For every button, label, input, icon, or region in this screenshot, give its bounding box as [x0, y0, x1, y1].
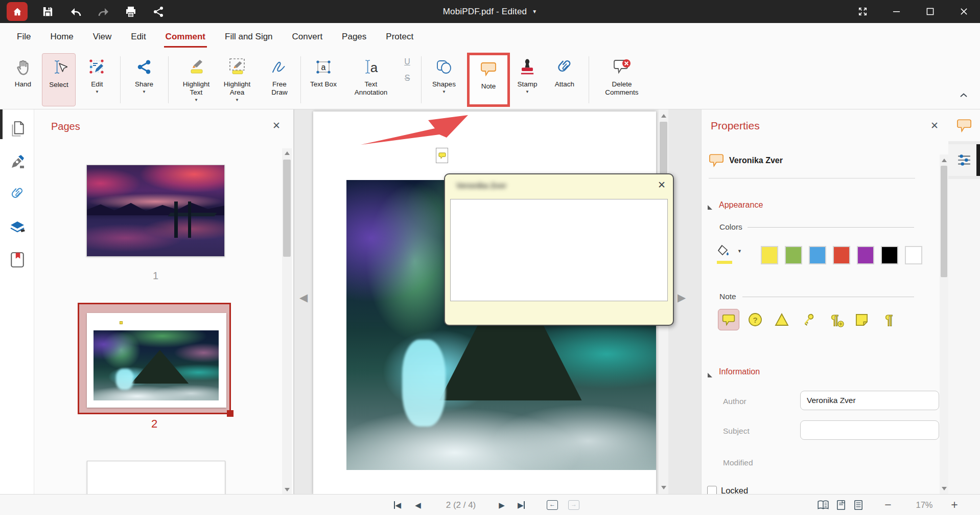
note-button[interactable]: Note [470, 55, 507, 108]
layers-panel-tab[interactable] [0, 219, 34, 234]
highlight-text-button[interactable]: Highlight Text ▼ [177, 53, 216, 106]
attach-button[interactable]: Attach [550, 53, 579, 106]
color-swatch-red[interactable] [833, 246, 850, 264]
stamp-icon [520, 58, 535, 76]
appearance-section-header[interactable]: Appearance [719, 200, 763, 210]
free-draw-button[interactable]: Free Draw [264, 53, 295, 106]
selection-resize-handle[interactable] [227, 410, 234, 417]
page-counter[interactable]: 2 (2 / 4) [432, 495, 489, 515]
select-label: Select [42, 81, 75, 89]
scroll-up-button[interactable] [659, 111, 668, 120]
zoom-out-button[interactable]: − [880, 495, 896, 515]
text-box-button[interactable]: a Text Box [307, 53, 340, 106]
menu-file[interactable]: File [7, 23, 40, 50]
color-swatch-black[interactable] [881, 246, 898, 264]
appearance-collapse-icon[interactable] [708, 203, 712, 212]
home-button[interactable] [7, 2, 28, 21]
underline-button[interactable]: U [400, 57, 415, 66]
note-style-key[interactable] [799, 310, 818, 329]
save-button[interactable] [36, 0, 59, 23]
fill-color-tool[interactable]: ▼ [717, 244, 746, 264]
continuous-view-button[interactable] [850, 495, 867, 515]
menu-protect[interactable]: Protect [376, 23, 423, 50]
note-style-insert-text[interactable]: ¶ [825, 310, 845, 329]
scroll-up-button[interactable] [940, 155, 948, 165]
note-close-button[interactable]: ✕ [658, 179, 666, 191]
properties-close-button[interactable]: ✕ [930, 120, 939, 131]
page-2-thumbnail-selected[interactable] [78, 303, 231, 414]
pages-panel-tab[interactable] [0, 121, 34, 138]
subject-input[interactable] [800, 420, 939, 440]
signature-panel-tab[interactable] [0, 154, 34, 170]
pages-scrollbar[interactable] [282, 148, 292, 494]
minimize-button[interactable] [884, 0, 908, 23]
zoom-level[interactable]: 17% [907, 495, 941, 515]
note-text-area[interactable] [450, 199, 668, 301]
comment-properties-tab[interactable] [948, 109, 980, 141]
menu-fill-and-sign[interactable]: Fill and Sign [215, 23, 283, 50]
scroll-up-button[interactable] [282, 148, 292, 158]
highlight-area-button[interactable]: Highlight Area ▼ [218, 53, 256, 106]
close-window-button[interactable] [952, 0, 975, 23]
color-swatch-green[interactable] [785, 246, 802, 264]
scroll-down-button[interactable] [282, 485, 292, 494]
hand-tool-button[interactable]: Hand [8, 53, 38, 106]
previous-page-button[interactable]: ◀ [411, 495, 425, 515]
next-view-button[interactable]: → [566, 495, 581, 515]
note-style-comment-selected[interactable] [718, 309, 739, 330]
strikethrough-button[interactable]: S [400, 74, 415, 83]
sticky-note-popup[interactable]: Veronika Zver ✕ [444, 173, 674, 326]
color-swatch-white[interactable] [905, 246, 922, 264]
menu-convert[interactable]: Convert [283, 23, 333, 50]
pages-panel-close-button[interactable]: ✕ [272, 120, 281, 131]
menu-pages[interactable]: Pages [332, 23, 376, 50]
single-page-view-button[interactable] [833, 495, 849, 515]
share-tool-button[interactable]: Share ▼ [129, 53, 159, 106]
color-swatch-blue[interactable] [809, 246, 826, 264]
page-1-thumbnail[interactable] [86, 165, 225, 257]
delete-comments-icon [612, 58, 632, 76]
stamp-button[interactable]: Stamp ▼ [513, 53, 542, 106]
note-style-paragraph[interactable]: ¶ [879, 310, 899, 329]
last-page-button[interactable]: ▶ [513, 495, 529, 515]
information-collapse-icon[interactable] [708, 370, 712, 379]
scrollbar-thumb[interactable] [941, 166, 947, 277]
document-page[interactable]: Veronika Zver ✕ [313, 111, 656, 494]
information-section-header[interactable]: Information [719, 367, 760, 376]
two-page-view-button[interactable] [814, 495, 832, 515]
menu-edit[interactable]: Edit [121, 23, 155, 50]
properties-scrollbar[interactable] [940, 154, 948, 494]
color-swatch-purple[interactable] [857, 246, 874, 264]
scrollbar-thumb[interactable] [283, 160, 291, 257]
first-page-button[interactable]: ◀ [389, 495, 406, 515]
color-swatch-yellow[interactable] [761, 246, 778, 264]
delete-comments-button[interactable]: Delete Comments [596, 53, 647, 106]
collapse-toolbar-button[interactable] [960, 91, 968, 99]
menu-comment[interactable]: Comment [156, 23, 215, 50]
expand-right-panel-button[interactable]: ▶ [678, 292, 686, 304]
text-annotation-button[interactable]: a Text Annotation [347, 53, 394, 106]
comment-toolbar: Hand Select Edit ▼ Share ▼ Highlight Tex… [0, 50, 980, 109]
edit-tool-button[interactable]: Edit ▼ [81, 53, 113, 106]
select-tool-button[interactable]: Select [42, 53, 76, 106]
scroll-down-button[interactable] [659, 483, 668, 492]
scroll-down-button[interactable] [940, 484, 948, 493]
note-style-sticky[interactable] [852, 310, 871, 329]
properties-settings-tab[interactable] [948, 144, 980, 176]
collapse-left-panel-button[interactable]: ◀ [299, 292, 308, 304]
next-page-button[interactable]: ▶ [495, 495, 509, 515]
fullscreen-button[interactable] [851, 0, 874, 23]
shapes-button[interactable]: Shapes ▼ [427, 53, 461, 106]
note-annotation-marker[interactable] [436, 148, 448, 163]
menu-home[interactable]: Home [40, 23, 83, 50]
menu-view[interactable]: View [83, 23, 122, 50]
author-input[interactable] [800, 391, 939, 410]
previous-view-button[interactable]: ← [545, 495, 560, 515]
note-style-warning[interactable] [772, 310, 791, 329]
note-style-help[interactable]: ? [745, 310, 765, 329]
attachments-panel-tab[interactable] [0, 186, 34, 201]
zoom-in-button[interactable]: + [946, 495, 963, 515]
maximize-button[interactable] [918, 0, 942, 23]
bookmarks-panel-tab[interactable] [0, 252, 34, 268]
document-title[interactable]: MobiPDF.pdf - Edited ▼ [82, 0, 898, 23]
